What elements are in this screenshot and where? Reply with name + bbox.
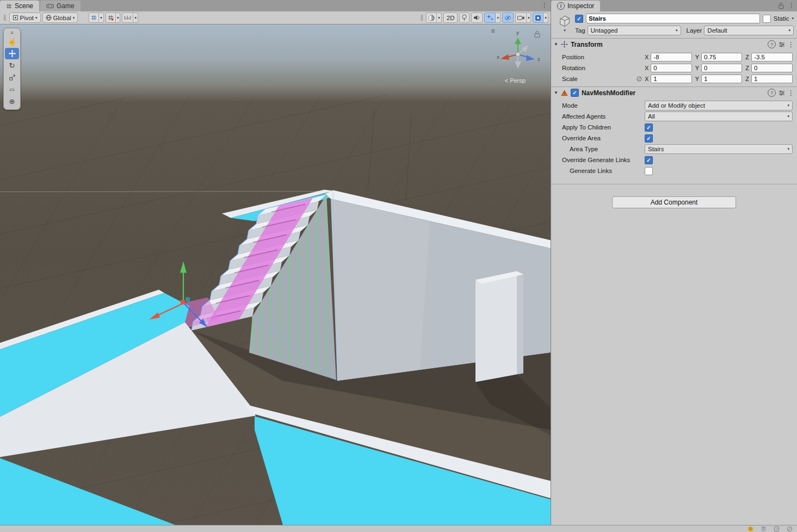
snap-increment-button[interactable] [122,13,133,23]
static-checkbox[interactable] [763,15,771,23]
navmeshmodifier-presets-icon[interactable] [779,90,785,96]
grid-snap-arrow[interactable]: ▾ [99,13,104,23]
navmeshmodifier-help-icon[interactable]: ? [768,89,776,97]
scene-audio-toggle[interactable] [471,13,483,23]
scene-effects-button[interactable] [484,13,496,23]
mode-row: Mode Add or Modify object ▾ [551,100,797,111]
grid-snap-button[interactable] [89,13,99,23]
scale-y-field[interactable] [701,75,742,83]
move-gizmo-plane-handle[interactable] [186,297,190,301]
transform-foldout-icon[interactable]: ▼ [554,42,558,47]
gizmo-z-axis[interactable] [518,54,535,61]
snap-increment-arrow[interactable]: ▾ [133,13,138,23]
area-type-dropdown[interactable]: Stairs ▾ [645,144,793,154]
navmeshmodifier-enabled-checkbox[interactable]: ✓ [571,89,579,97]
rotation-y-field[interactable] [701,64,742,72]
transform-presets-icon[interactable] [779,42,785,47]
apply-to-children-row: Apply To Children ✓ [551,122,797,133]
draw-mode-arrow[interactable]: ▾ [437,13,442,23]
rotation-x-field[interactable] [651,64,691,72]
gameobject-icon-dropdown[interactable]: ▾ [564,28,566,33]
pivot-dropdown[interactable]: Pivot ▾ [9,13,41,23]
scene-camera-arrow[interactable]: ▾ [527,13,532,23]
mode-dropdown[interactable]: Add or Modify object ▾ [645,101,793,110]
scene-effects-arrow[interactable]: ▾ [496,13,501,23]
scene-pane-menu-icon[interactable]: ⋮ [541,2,548,9]
add-component-button[interactable]: Add Component [612,196,736,208]
inspector-menu-icon[interactable]: ⋮ [788,2,795,9]
move-gizmo-y-arrow[interactable] [180,262,187,304]
tab-scene[interactable]: Scene [0,1,39,11]
generate-links-checkbox[interactable] [645,167,653,175]
transform-tool[interactable]: ⊕ [5,96,19,107]
2d-toggle[interactable]: 2D [443,13,458,23]
static-dropdown-arrow[interactable]: ▾ [792,16,794,21]
scene-lighting-toggle[interactable] [459,13,469,23]
lock-icon[interactable] [779,2,784,9]
transform-menu-icon[interactable]: ⋮ [788,41,794,48]
scale-z-field[interactable] [751,75,793,83]
orientation-overlay-menu-icon[interactable]: ≡ [491,27,495,35]
move-tool[interactable] [5,48,19,59]
transform-help-icon[interactable]: ? [768,40,776,48]
affected-agents-dropdown-arrow: ▾ [784,114,789,119]
tab-game[interactable]: Game [40,1,81,11]
bake-status-icon[interactable] [747,526,753,532]
layer-dropdown[interactable]: Default ▾ [704,26,794,35]
gameobject-name-field[interactable] [586,14,760,23]
rotate-tool[interactable]: ↻ [5,60,19,71]
grid-visibility-arrow[interactable]: ▾ [116,13,121,23]
grid-snap-icon [91,15,97,21]
navmeshmodifier-menu-icon[interactable]: ⋮ [788,89,794,97]
scene-3d-render: x y z < Persp ≡ [0,24,551,525]
gizmo-lock-icon[interactable] [535,31,540,37]
rotation-row: Rotation X Y Z [551,63,797,73]
global-dropdown[interactable]: Global ▾ [42,13,78,23]
move-gizmo-center-handle[interactable] [181,300,185,304]
effects-stars-icon [486,14,493,21]
cache-server-icon[interactable] [761,526,767,532]
active-checkbox[interactable]: ✓ [575,15,583,23]
navmeshmodifier-body: Mode Add or Modify object ▾ Affected Age… [551,98,797,181]
rotation-label: Rotation [562,65,645,71]
view-hand-tool[interactable]: ☝ [5,36,19,47]
scale-tool[interactable] [5,72,19,83]
status-bar [0,525,797,532]
scene-camera-button[interactable] [515,13,527,23]
gizmo-x-axis[interactable] [501,54,518,60]
tools-overlay-handle[interactable]: ≡ [4,29,20,35]
inspector-pane-tabs: i Inspector ⋮ [551,0,797,11]
mode-dropdown-arrow: ▾ [784,103,789,108]
position-z-field[interactable] [751,53,793,61]
gizmos-button[interactable] [533,13,543,23]
toolbar-drag-handle-right[interactable]: ∥ [419,14,425,21]
grid-visibility-button[interactable] [106,13,116,23]
override-area-checkbox[interactable]: ✓ [645,134,653,143]
position-x-field[interactable] [651,53,691,61]
global-label: Global [53,15,71,21]
rect-tool[interactable]: ▭ [5,84,19,95]
position-y-field[interactable] [701,53,742,61]
persp-toggle[interactable]: < Persp [505,77,526,84]
transform-header[interactable]: ▼ Transform ? ⋮ [551,38,797,50]
draw-mode-button[interactable] [426,13,437,23]
gizmos-arrow[interactable]: ▾ [543,13,548,23]
hidden-objects-toggle[interactable] [502,13,514,23]
navmeshmodifier-foldout-icon[interactable]: ▼ [554,90,558,95]
navmeshmodifier-header[interactable]: ▼ ✓ NavMeshModifier ? ⋮ [551,86,797,98]
tab-inspector[interactable]: i Inspector [551,1,600,11]
gizmo-x-label: x [497,54,499,60]
tag-dropdown[interactable]: Untagged ▾ [588,26,681,35]
code-optimization-icon[interactable] [774,526,780,532]
toolbar-drag-handle[interactable]: ∥ [2,14,8,21]
scene-viewport[interactable]: x y z < Persp ≡ ≡ ☝ ↻ [0,24,551,525]
rotation-z-field[interactable] [751,64,793,72]
gizmo-center-cube[interactable] [516,52,520,56]
scale-link-icon[interactable] [636,76,644,82]
progress-icon[interactable] [787,526,793,532]
affected-agents-dropdown[interactable]: All ▾ [645,112,793,121]
tag-dropdown-arrow: ▾ [672,28,678,33]
apply-to-children-checkbox[interactable]: ✓ [645,123,653,132]
override-generate-links-checkbox[interactable]: ✓ [645,156,653,164]
scale-x-field[interactable] [651,75,691,83]
